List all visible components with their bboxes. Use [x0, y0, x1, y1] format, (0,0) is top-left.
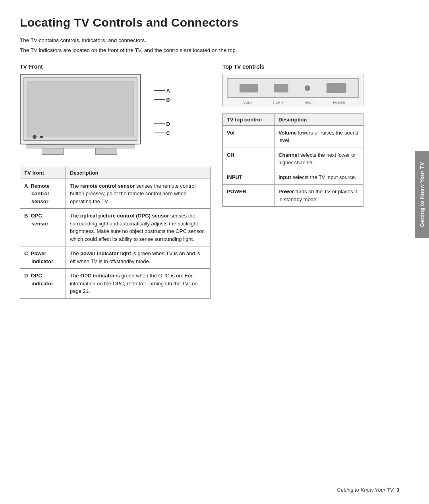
- front-row-a-label: A Remote control sensor: [20, 179, 66, 209]
- side-tab: Getting to Know Your TV: [415, 151, 429, 238]
- front-table: TV front Description A Remote control se…: [20, 167, 211, 299]
- front-row-a-desc: The remote control sensor senses the rem…: [66, 179, 211, 209]
- table-row: C Power indicator The power indicator li…: [20, 246, 211, 269]
- top-table-col2-header: Description: [274, 113, 363, 125]
- footer: Getting to Know Your TV 3: [337, 487, 399, 493]
- table-row: D OPC indicator The OPC indicator is gre…: [20, 269, 211, 299]
- table-row: POWER Power turns on the TV or places it…: [223, 185, 363, 207]
- top-row-input-label: INPUT: [223, 170, 274, 185]
- front-table-col2-header: Description: [66, 167, 211, 179]
- top-table-col1-header: TV top control: [223, 113, 274, 125]
- table-row: INPUT Input selects the TV input source.: [223, 170, 363, 185]
- top-row-vol-desc: Volume lowers or raises the sound level.: [274, 125, 363, 148]
- intro-line2: The TV indicators are located on the fro…: [20, 46, 409, 54]
- footer-text: Getting to Know Your TV: [337, 487, 394, 493]
- intro-line1: The TV contains controls, indicators, an…: [20, 37, 409, 44]
- top-row-vol-label: Vol: [223, 125, 274, 148]
- front-row-d-label: D OPC indicator: [20, 269, 66, 299]
- footer-page: 3: [396, 487, 399, 493]
- ctrl-label-input: INPUT: [303, 101, 313, 104]
- table-row: A Remote control sensor The remote contr…: [20, 179, 211, 209]
- table-row: CH Channel selects the next lower or hig…: [223, 148, 363, 170]
- top-row-ch-desc: Channel selects the next lower or higher…: [274, 148, 363, 170]
- front-table-col1-header: TV front: [20, 167, 66, 179]
- label-d: D: [154, 121, 170, 127]
- ctrl-label-vol: – VOL +: [241, 101, 252, 104]
- front-row-d-desc: The OPC indicator is green when the OPC …: [66, 269, 211, 299]
- top-table: TV top control Description Vol Volume lo…: [222, 113, 363, 207]
- top-row-power-label: POWER: [223, 185, 274, 207]
- ctrl-label-power: POWER: [333, 101, 345, 104]
- top-row-input-desc: Input selects the TV input source.: [274, 170, 363, 185]
- front-row-c-label: C Power indicator: [20, 246, 66, 269]
- top-controls-heading: Top TV controls: [222, 63, 409, 70]
- front-row-b-label: B OPC sensor: [20, 209, 66, 246]
- front-row-c-desc: The power indicator light is green when …: [66, 246, 211, 269]
- top-row-ch-label: CH: [223, 148, 274, 170]
- label-b: B: [154, 97, 170, 103]
- table-row: B OPC sensor The optical picture control…: [20, 209, 211, 246]
- label-a: A: [154, 88, 170, 94]
- table-row: Vol Volume lowers or raises the sound le…: [223, 125, 363, 148]
- tv-front-heading: TV Front: [20, 63, 211, 70]
- top-row-power-desc: Power turns on the TV or places it in st…: [274, 185, 363, 207]
- front-row-b-desc: The optical picture control (OPC) sensor…: [66, 209, 211, 246]
- page-title: Locating TV Controls and Connectors: [20, 16, 409, 29]
- ctrl-label-ch: ∨ CH ∧: [272, 101, 284, 104]
- label-c: C: [154, 130, 170, 136]
